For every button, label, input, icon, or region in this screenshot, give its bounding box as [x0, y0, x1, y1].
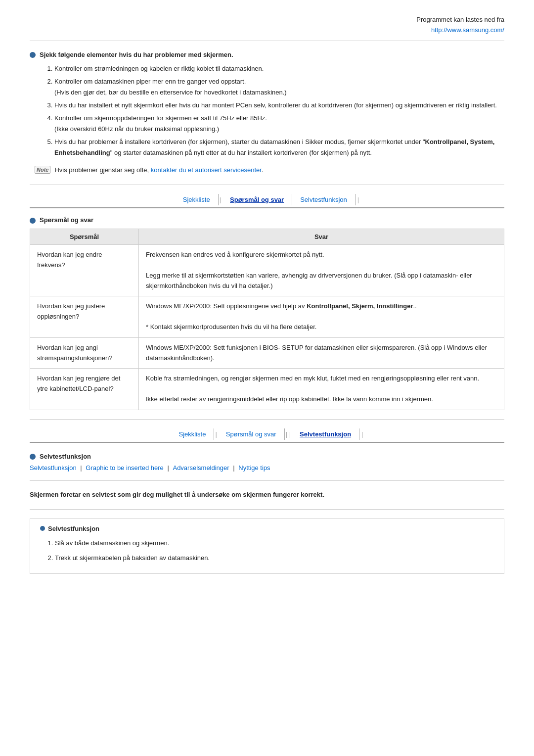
blue-dot-checklist — [30, 52, 36, 58]
col-header-question: Spørsmål — [30, 229, 139, 245]
selvtest-link-graphic[interactable]: Graphic to be inserted here — [86, 464, 164, 472]
separator-1 — [30, 185, 504, 185]
col-header-answer: Svar — [139, 229, 504, 245]
table-row: Hvordan kan jeg endre frekvens? Frekvens… — [30, 245, 504, 296]
separator-link: | — [233, 464, 236, 472]
list-item: Slå av både datamaskinen og skjermen. — [55, 537, 494, 550]
note-text: Hvis problemer gjenstar seg ofte, kontak… — [54, 165, 263, 176]
inner-selvtest-box: Selvtestfunksjon Slå av både datamaskine… — [30, 519, 504, 574]
question-cell: Hvordan kan jeg rengjøre det ytre kabine… — [30, 369, 139, 410]
table-row: Hvordan kan jeg justere oppløsningen? Wi… — [30, 296, 504, 337]
tab-selvtest-top[interactable]: Selvtestfunksjon — [292, 194, 356, 205]
selvtest-link-1[interactable]: Selvtestfunksjon — [30, 464, 77, 472]
table-row: Hvordan kan jeg rengjøre det ytre kabine… — [30, 369, 504, 410]
question-cell: Hvordan kan jeg angi strømsparingsfunksj… — [30, 337, 139, 369]
qa-table: Spørsmål Svar Hvordan kan jeg endre frek… — [30, 229, 504, 410]
list-item: Kontroller om skjermoppdateringen for sk… — [54, 113, 504, 135]
blue-dot-selvtest — [30, 454, 36, 460]
samsung-link[interactable]: http://www.samsung.com/ — [431, 26, 504, 34]
separator-4 — [30, 509, 504, 510]
inner-selvtest-header: Selvtestfunksjon — [40, 525, 494, 532]
selvtest-link-advarsel[interactable]: Advarselsmeldinger — [173, 464, 229, 472]
tab-sjekkliste-top[interactable]: Sjekkliste — [175, 194, 219, 205]
selvtest-links: Selvtestfunksjon | Graphic to be inserte… — [30, 464, 504, 472]
list-item: Hvis du har problemer å installere kortd… — [54, 137, 504, 158]
selvtest-section: Selvtestfunksjon Selvtestfunksjon | Grap… — [30, 453, 504, 574]
checklist-items: Kontroller om strømledningen og kabelen … — [44, 63, 504, 159]
qa-title: Spørsmål og svar — [40, 216, 93, 224]
tab-spoersmal-bottom[interactable]: Spørsmål og svar — [218, 428, 285, 440]
separator-link: | — [80, 464, 84, 472]
list-item: Kontroller om strømledningen og kabelen … — [54, 63, 504, 74]
selvtest-intro: Skjermen foretar en selvtest som gir deg… — [30, 490, 504, 500]
separator-link: | — [167, 464, 171, 472]
selvtest-steps: Slå av både datamaskinen og skjermen. Tr… — [55, 537, 494, 565]
top-text: Programmet kan lastes ned fra http://www… — [416, 15, 504, 36]
list-item: Kontroller om datamaskinen piper mer enn… — [54, 76, 504, 98]
top-line1: Programmet kan lastes ned fra — [416, 16, 504, 23]
checklist-title: Sjekk følgende elementer hvis du har pro… — [40, 51, 233, 58]
answer-cell: Koble fra strømledningen, og rengjør skj… — [139, 369, 504, 410]
question-cell: Hvordan kan jeg endre frekvens? — [30, 245, 139, 296]
answer-cell: Frekvensen kan endres ved å konfigurere … — [139, 245, 504, 296]
separator-3 — [30, 480, 504, 481]
checklist-header: Sjekk følgende elementer hvis du har pro… — [30, 51, 504, 58]
question-cell: Hvordan kan jeg justere oppløsningen? — [30, 296, 139, 337]
separator-2 — [30, 419, 504, 420]
nav-tabs-top: Sjekkliste | Spørsmål og svar Selvtestfu… — [30, 194, 504, 208]
note-box: Note Hvis problemer gjenstar seg ofte, k… — [35, 165, 504, 176]
nav-tabs-bottom: Sjekkliste | Spørsmål og svar | | Selvte… — [30, 428, 504, 443]
tab-selvtest-bottom[interactable]: Selvtestfunksjon — [292, 428, 359, 440]
service-center-link[interactable]: kontakter du et autorisert servicesenter — [151, 166, 262, 174]
top-section: Programmet kan lastes ned fra http://www… — [30, 10, 504, 41]
inner-selvtest-title: Selvtestfunksjon — [48, 525, 99, 532]
blue-dot-qa — [30, 218, 36, 224]
selvtest-title: Selvtestfunksjon — [40, 453, 91, 460]
small-blue-dot — [40, 526, 45, 531]
table-row: Hvordan kan jeg angi strømsparingsfunksj… — [30, 337, 504, 369]
tab-sjekkliste-bottom[interactable]: Sjekkliste — [171, 428, 215, 440]
selvtest-link-tips[interactable]: Nyttige tips — [238, 464, 270, 472]
list-item: Hvis du har installert et nytt skjermkor… — [54, 100, 504, 111]
qa-section-header: Spørsmål og svar — [30, 216, 504, 224]
selvtest-section-header: Selvtestfunksjon — [30, 453, 504, 460]
note-icon: Note — [35, 166, 50, 174]
answer-cell: Windows ME/XP/2000: Sett oppløsningene v… — [139, 296, 504, 337]
answer-cell: Windows ME/XP/2000: Sett funksjonen i BI… — [139, 337, 504, 369]
list-item: Trekk ut skjermkabelen på baksiden av da… — [55, 552, 494, 565]
tab-spoersmal-top[interactable]: Spørsmål og svar — [222, 194, 292, 205]
